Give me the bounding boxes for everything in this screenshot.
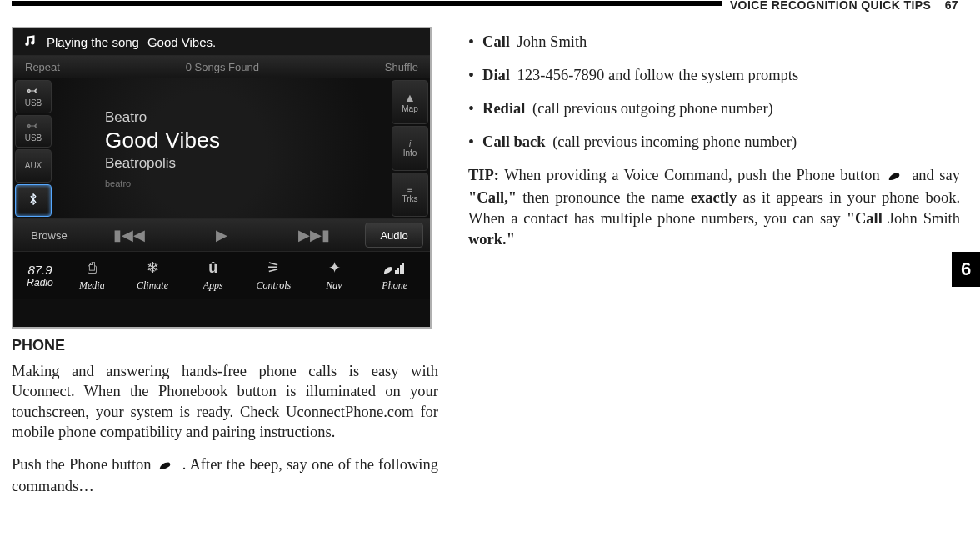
- phone-prompt-paragraph: Push the Phone button . After the beep, …: [12, 454, 438, 497]
- track-album: Beatropolis: [105, 155, 390, 172]
- command-rest: 123-456-7890 and follow the system promp…: [513, 67, 798, 83]
- usb-icon: [26, 85, 41, 98]
- phone-intro-paragraph: Making and answering hands-free phone ca…: [12, 361, 438, 443]
- radio-preset[interactable]: 87.9 Radio: [18, 263, 62, 289]
- phone-heading: PHONE: [12, 337, 438, 354]
- tip-label: TIP:: [468, 167, 499, 183]
- frequency-value: 87.9: [18, 263, 62, 277]
- source-usb-1[interactable]: USB: [15, 80, 52, 113]
- bottom-label: Radio: [18, 277, 62, 289]
- phone-signal-icon: [382, 258, 408, 277]
- phone-handset-icon: [888, 167, 909, 188]
- music-note-icon: [23, 35, 38, 49]
- list-item: Call John Smith: [468, 32, 960, 52]
- browse-button[interactable]: Browse: [20, 223, 78, 248]
- command-word: Call: [482, 33, 510, 50]
- uconnect-screenshot: Playing the song Good Vibes. Repeat 0 So…: [12, 27, 432, 329]
- chapter-tab: 6: [952, 252, 980, 287]
- nav-media[interactable]: ⎙Media: [62, 258, 122, 292]
- shuffle-button[interactable]: Shuffle: [385, 61, 418, 73]
- info-button[interactable]: iInfo: [392, 126, 428, 170]
- source-column: USB USB AUX: [13, 78, 53, 218]
- nav-phone[interactable]: Phone: [364, 258, 425, 292]
- command-word: Call back: [482, 133, 546, 150]
- tip-text-2: and say: [912, 167, 960, 183]
- bluetooth-icon: [26, 193, 41, 207]
- bottom-label: Apps: [203, 279, 223, 292]
- source-label: USB: [25, 133, 42, 143]
- list-item: Redial (call previous outgoing phone num…: [468, 98, 960, 118]
- source-usb-2[interactable]: USB: [15, 115, 52, 148]
- shuffle-repeat-bar: Repeat 0 Songs Found Shuffle: [13, 55, 430, 78]
- bottom-nav: 87.9 Radio ⎙Media ❄Climate ûApps ⚞Contro…: [13, 252, 430, 299]
- svg-rect-3: [402, 263, 404, 274]
- controls-icon: ⚞: [267, 258, 280, 277]
- now-playing-prefix: Playing the song: [47, 35, 139, 49]
- list-item: Call back (call previous incoming phone …: [468, 132, 960, 152]
- apps-icon: û: [208, 258, 218, 277]
- tracks-button[interactable]: ≡Trks: [392, 173, 428, 217]
- track-artist: Beatro: [105, 109, 390, 126]
- page-header: VOICE RECOGNITION QUICK TIPS 67: [12, 0, 960, 17]
- track-info: Beatro Good Vibes Beatropolis beatro: [53, 78, 390, 218]
- tip-text-1: When providing a Voice Command, push the…: [504, 167, 879, 183]
- audio-button[interactable]: Audio: [365, 223, 423, 248]
- svg-rect-0: [395, 270, 397, 274]
- transport-bar: Browse ▮◀◀ ▶ ▶▶▮ Audio: [13, 218, 430, 252]
- command-rest: (call previous outgoing phone number): [528, 100, 772, 117]
- command-word: Redial: [482, 100, 525, 117]
- svg-rect-1: [398, 268, 399, 274]
- nav-icon: ✦: [328, 258, 341, 277]
- usb-icon: [26, 120, 41, 133]
- bottom-label: Controls: [257, 279, 292, 292]
- now-playing-bar: Playing the song Good Vibes.: [13, 28, 430, 55]
- header-title: VOICE RECOGNITION QUICK TIPS: [730, 0, 931, 12]
- bottom-label: Media: [79, 279, 105, 292]
- prompt-part-a: Push the Phone button: [12, 456, 152, 473]
- command-rest: (call previous incoming phone number): [549, 133, 797, 150]
- list-item: Dial 123-456-7890 and follow the system …: [468, 65, 960, 85]
- svg-rect-2: [400, 265, 402, 274]
- phone-handset-icon: [158, 456, 180, 476]
- command-list: Call John Smith Dial 123-456-7890 and fo…: [468, 32, 960, 152]
- tip-name: John Smith: [888, 210, 960, 227]
- bottom-label: Climate: [137, 279, 168, 292]
- climate-icon: ❄: [147, 258, 159, 277]
- track-title: Good Vibes: [105, 128, 390, 153]
- nav-nav[interactable]: ✦Nav: [304, 258, 365, 292]
- usb-icon: ⎙: [88, 258, 97, 277]
- tip-text-3: then pronounce the name: [522, 189, 684, 206]
- source-label: AUX: [25, 161, 42, 170]
- page-number: 67: [945, 0, 958, 12]
- nav-controls[interactable]: ⚞Controls: [243, 258, 304, 292]
- command-word: Dial: [482, 67, 510, 83]
- source-bluetooth[interactable]: [15, 184, 52, 218]
- tip-paragraph: TIP: When providing a Voice Command, pus…: [468, 165, 960, 249]
- tip-exactly: exactly: [691, 189, 737, 206]
- next-track-button[interactable]: ▶▶▮: [298, 226, 330, 244]
- prev-track-button[interactable]: ▮◀◀: [113, 226, 145, 244]
- source-aux[interactable]: AUX: [15, 149, 52, 183]
- track-brand: beatro: [105, 178, 390, 188]
- bottom-label: Phone: [382, 279, 408, 292]
- header-title-block: VOICE RECOGNITION QUICK TIPS 67: [722, 0, 960, 12]
- tip-work: work.": [468, 231, 515, 248]
- command-rest: John Smith: [513, 33, 587, 50]
- now-playing-title: Good Vibes.: [148, 35, 216, 49]
- tip-call2: "Call: [847, 210, 882, 227]
- tip-call-word: "Call,": [468, 189, 517, 206]
- repeat-button[interactable]: Repeat: [25, 61, 60, 73]
- right-tab-column: ▲Map iInfo ≡Trks: [390, 78, 430, 218]
- nav-climate[interactable]: ❄Climate: [122, 258, 183, 292]
- songs-found-label: 0 Songs Found: [186, 61, 259, 73]
- nav-apps[interactable]: ûApps: [182, 258, 243, 292]
- rbtn-label: Info: [403, 148, 418, 158]
- bottom-label: Nav: [326, 279, 342, 292]
- rbtn-label: Trks: [402, 194, 418, 203]
- play-pause-button[interactable]: ▶: [216, 226, 228, 244]
- map-button[interactable]: ▲Map: [392, 80, 428, 124]
- source-label: USB: [25, 98, 42, 108]
- rbtn-label: Map: [402, 104, 418, 113]
